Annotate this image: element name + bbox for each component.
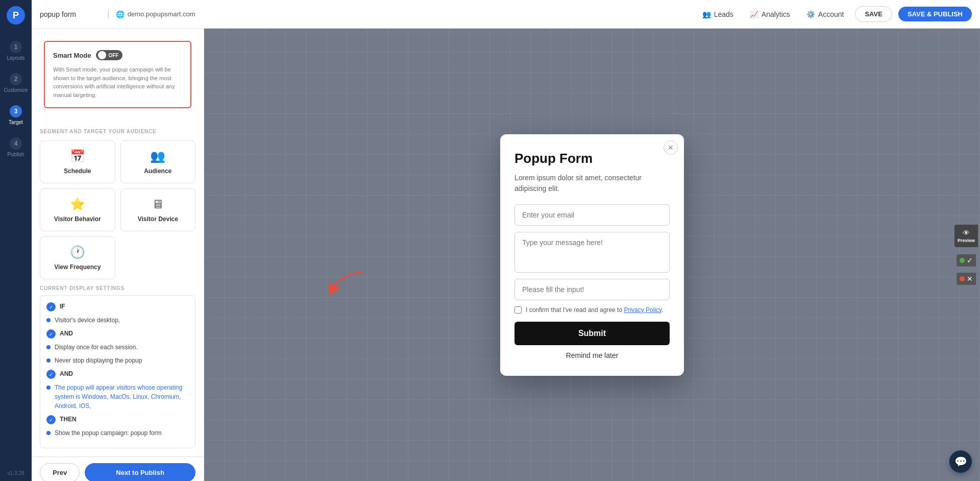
sidebar-footer: Prev Next to Publish [32, 456, 204, 481]
account-icon: ⚙️ [806, 10, 815, 18]
display-once-text: Display once for each session. [55, 343, 138, 352]
schedule-label: Schedule [64, 167, 91, 175]
show-text: Show the popup campaign: popup form [55, 428, 161, 438]
step-label-target: Target [9, 119, 23, 125]
desktop-status-dot [960, 258, 965, 263]
schedule-icon: 📅 [70, 149, 85, 163]
audience-icon: 👥 [150, 149, 165, 163]
logo-icon: P [13, 10, 19, 21]
smart-mode-header: Smart Mode OFF [53, 50, 182, 60]
left-sidebar: P 1 Layouts 2 Customize 3 Target 4 Publi… [0, 0, 32, 481]
globe-icon: 🌐 [116, 10, 125, 18]
leads-label: Leads [714, 10, 733, 18]
settings-row-device: Visitor's device desktop, [46, 316, 189, 325]
view-frequency-icon: 🕐 [70, 245, 85, 259]
preview-label: Preview [958, 238, 975, 243]
then-text: THEN [60, 415, 77, 424]
and1-text: AND [60, 329, 73, 338]
privacy-link[interactable]: Privacy Policy [624, 306, 662, 314]
desktop-icon: ✓ [967, 256, 973, 264]
header: | 🌐 demo.popupsmart.com 👥 Leads 📈 Analyt… [32, 0, 980, 29]
remind-later[interactable]: Remind me later [514, 351, 670, 359]
settings-row-display-once: Display once for each session. [46, 343, 189, 352]
visitor-behavior-label: Visitor Behavior [54, 215, 101, 223]
popup-modal: ✕ Popup Form Lorem ipsum dolor sit amet,… [500, 134, 684, 376]
email-input[interactable] [514, 204, 670, 226]
message-textarea[interactable] [514, 232, 670, 273]
nav-step-customize[interactable]: 2 Customize [0, 67, 32, 99]
extra-input[interactable] [514, 279, 670, 300]
submit-button[interactable]: Submit [514, 322, 670, 345]
next-to-publish-button[interactable]: Next to Publish [85, 463, 195, 481]
mobile-device-row[interactable]: ✕ [957, 273, 976, 285]
mobile-status-dot [960, 276, 965, 281]
settings-row-and1: ✓ AND [46, 329, 189, 339]
if-text: IF [60, 302, 65, 311]
url-text: demo.popupsmart.com [128, 10, 195, 18]
step-num-2: 2 [10, 73, 22, 85]
logo-button[interactable]: P [7, 6, 25, 25]
targeting-card-visitor-device[interactable]: 🖥 Visitor Device [120, 188, 196, 231]
canvas-area: ✕ Popup Form Lorem ipsum dolor sit amet,… [204, 29, 980, 481]
leads-icon: 👥 [702, 10, 711, 18]
step-label-layouts: Layouts [7, 55, 24, 61]
dot-never-stop [46, 358, 51, 363]
nav-step-target[interactable]: 3 Target [0, 99, 32, 131]
settings-row-show: Show the popup campaign: popup form [46, 428, 189, 438]
privacy-checkbox[interactable] [514, 306, 522, 314]
toggle-knob [98, 51, 106, 59]
visitor-device-icon: 🖥 [152, 197, 164, 211]
version-label: v1.3.29 [8, 465, 24, 481]
smart-mode-toggle[interactable]: OFF [96, 50, 122, 60]
segment-section: SEGMENT AND TARGET YOUR AUDIENCE 📅 Sched… [32, 121, 204, 456]
campaign-title-input[interactable] [40, 10, 101, 18]
nav-step-publish[interactable]: 4 Publish [0, 131, 32, 163]
privacy-row: I confirm that I've read and agree to Pr… [514, 306, 670, 314]
targeting-card-visitor-behavior[interactable]: ⭐ Visitor Behavior [40, 188, 115, 231]
account-nav-item[interactable]: ⚙️ Account [801, 7, 849, 21]
settings-box: ✓ IF Visitor's device desktop, ✓ AND Dis… [40, 295, 195, 448]
current-settings-label: CURRENT DISPLAY SETTINGS [40, 285, 195, 291]
smart-mode-section: Smart Mode OFF With Smart mode, your pop… [44, 41, 191, 108]
dot-show [46, 431, 51, 435]
check-and2: ✓ [46, 370, 56, 379]
analytics-nav-item[interactable]: 📈 Analytics [745, 7, 795, 21]
chat-widget-button[interactable]: 💬 [949, 450, 972, 473]
chat-icon: 💬 [954, 455, 967, 468]
segment-label: SEGMENT AND TARGET YOUR AUDIENCE [40, 129, 195, 134]
and2-text: AND [60, 369, 73, 378]
check-if: ✓ [46, 302, 56, 311]
save-button[interactable]: SAVE [855, 6, 892, 22]
audience-label: Audience [144, 167, 172, 175]
dot-os [46, 386, 51, 390]
targeting-grid: 📅 Schedule 👥 Audience ⭐ Visitor Behavior… [40, 140, 195, 231]
account-label: Account [818, 10, 844, 18]
preview-panel: 👁 Preview ✓ ✕ [952, 221, 980, 289]
visitor-behavior-icon: ⭐ [70, 197, 85, 211]
never-stop-text: Never stop displaying the popup [55, 356, 142, 365]
popup-close-button[interactable]: ✕ [664, 140, 678, 155]
step-num-4: 4 [10, 137, 22, 150]
step-label-publish: Publish [8, 152, 24, 157]
divider: | [107, 9, 110, 19]
settings-row-os: The popup will appear visitors whose ope… [46, 383, 189, 411]
targeting-card-view-frequency[interactable]: 🕐 View Frequency [40, 236, 115, 279]
check-then: ✓ [46, 415, 56, 424]
nav-step-layouts[interactable]: 1 Layouts [0, 35, 32, 67]
arrow-annotation [327, 270, 368, 298]
dot-display-once [46, 345, 51, 349]
os-text: The popup will appear visitors whose ope… [55, 383, 189, 411]
smart-mode-description: With Smart mode, your popup campaign wil… [53, 65, 182, 99]
leads-nav-item[interactable]: 👥 Leads [697, 7, 739, 21]
step-label-customize: Customize [4, 87, 28, 93]
desktop-device-row[interactable]: ✓ [957, 254, 976, 267]
prev-button[interactable]: Prev [40, 463, 80, 481]
analytics-label: Analytics [762, 10, 790, 18]
smart-mode-label: Smart Mode [53, 52, 91, 59]
settings-row-never-stop: Never stop displaying the popup [46, 356, 189, 365]
preview-button[interactable]: 👁 Preview [954, 225, 978, 247]
site-url: 🌐 demo.popupsmart.com [116, 10, 195, 18]
targeting-card-audience[interactable]: 👥 Audience [120, 140, 196, 183]
targeting-card-schedule[interactable]: 📅 Schedule [40, 140, 115, 183]
save-publish-button[interactable]: SAVE & PUBLISH [898, 7, 972, 21]
